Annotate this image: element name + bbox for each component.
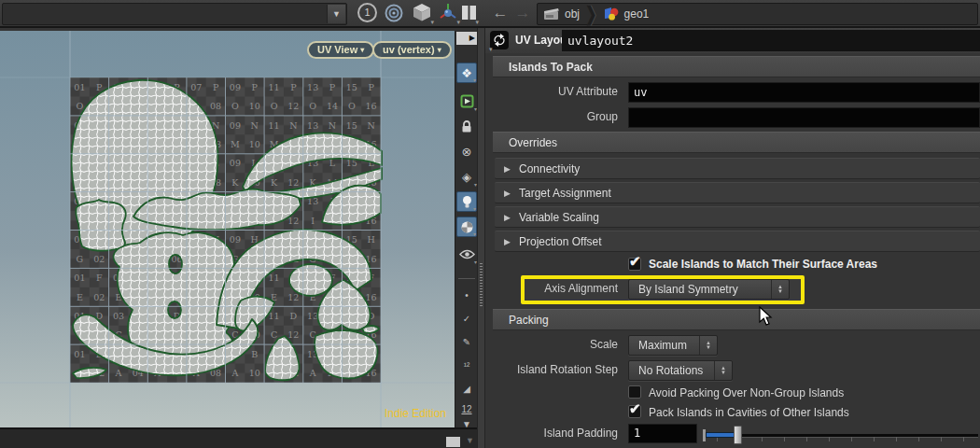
svg-text:A: A xyxy=(115,368,122,378)
svg-text:02: 02 xyxy=(93,254,105,264)
node-name-field[interactable]: uvlayout2 xyxy=(562,30,980,51)
scale-dropdown[interactable]: Maximum ▲▼ xyxy=(628,335,718,356)
uv-island xyxy=(76,200,126,251)
svg-text:13: 13 xyxy=(307,120,318,131)
houdini-window: ▼ 1 ▾ xyxy=(0,0,980,448)
avoid-packing-checkbox[interactable] xyxy=(628,385,641,399)
nav-back-button[interactable]: ← xyxy=(490,2,511,24)
svg-text:01: 01 xyxy=(74,82,85,92)
crossed-circle-icon: ⊗ xyxy=(462,145,472,159)
split-columns-icon xyxy=(461,5,477,21)
breadcrumb-geo1[interactable]: geo1 xyxy=(597,7,655,21)
section-overrides[interactable]: Overrides xyxy=(493,132,980,153)
uv-viewport[interactable]: 01P03P05P07P09P11P13P15PO02O04O06O08O10O… xyxy=(0,31,477,427)
folder-connectivity[interactable]: ▶ Connectivity xyxy=(495,158,980,179)
group-field[interactable] xyxy=(628,107,980,128)
svg-text:M: M xyxy=(231,139,240,149)
vertex-marker-button[interactable]: ✓ xyxy=(456,308,477,329)
folder-target-assignment[interactable]: ▶ Target Assignment xyxy=(495,182,980,203)
uv-attribute-field[interactable]: uv xyxy=(628,82,980,103)
uv-island xyxy=(289,264,332,296)
svg-text:F: F xyxy=(96,273,103,283)
vertex-check-icon: ✓ xyxy=(463,314,470,324)
svg-text:N: N xyxy=(329,120,336,131)
island-rotation-step-dropdown[interactable]: No Rotations ▲▼ xyxy=(628,360,733,381)
svg-text:H: H xyxy=(367,234,374,245)
snapshot-number-button[interactable]: 1 xyxy=(357,2,380,24)
uv-island xyxy=(362,326,379,333)
prim-marker-icon: ◢ xyxy=(463,384,470,394)
indie-edition-watermark: Indie Edition xyxy=(385,407,446,420)
scale-islands-checkbox[interactable]: ✔ xyxy=(628,258,641,271)
svg-text:08: 08 xyxy=(210,101,221,111)
svg-text:O: O xyxy=(231,101,239,111)
svg-text:12: 12 xyxy=(287,329,299,340)
section-islands-to-pack[interactable]: Islands To Pack xyxy=(493,56,980,77)
spinner-icon[interactable]: ▲▼ xyxy=(699,336,717,355)
slider-ticks xyxy=(717,437,978,441)
svg-text:09: 09 xyxy=(230,234,241,245)
svg-text:N: N xyxy=(251,120,259,131)
rings-icon xyxy=(384,3,404,23)
folder-triangle-icon: ▶ xyxy=(504,159,511,179)
svg-text:02: 02 xyxy=(93,292,105,302)
folder-triangle-icon: ▶ xyxy=(504,207,511,228)
island-padding-label: Island Padding xyxy=(431,427,618,440)
island-padding-slider-handle[interactable] xyxy=(734,426,742,444)
uv-layer-button[interactable]: ❖ ▾ xyxy=(456,63,477,83)
viewport-bottom-bar: ▼ xyxy=(0,427,477,448)
axis-alignment-dropdown[interactable]: By Island Symmetry ▲▼ xyxy=(628,279,790,300)
svg-text:A: A xyxy=(231,368,238,378)
section-packing[interactable]: Packing xyxy=(493,309,980,330)
geometry-icon xyxy=(603,7,620,21)
svg-text:P: P xyxy=(290,82,297,92)
folder-triangle-icon: ▶ xyxy=(504,183,511,203)
svg-text:K: K xyxy=(271,177,278,188)
breadcrumb-obj[interactable]: obj xyxy=(538,7,585,21)
headlight-button[interactable]: ▾ xyxy=(456,191,477,212)
shading-mode-button[interactable]: ▾ xyxy=(411,2,433,24)
toolbar-separator xyxy=(458,278,475,279)
breadcrumb-chevron-icon: ❯ xyxy=(585,2,597,25)
spinner-icon[interactable]: ▲▼ xyxy=(714,361,732,380)
pivot-axis-button[interactable]: ▾ xyxy=(437,2,459,24)
view-operation-combo[interactable]: ▼ xyxy=(2,3,347,25)
check-icon: ✔ xyxy=(629,400,641,417)
pack-cavities-checkbox[interactable]: ✔ xyxy=(628,405,641,418)
svg-text:16: 16 xyxy=(366,292,377,302)
group-row: Group xyxy=(485,107,980,128)
chevron-down-icon: ▾ xyxy=(438,46,441,54)
check-icon: ✔ xyxy=(629,253,641,270)
pane-layout-button[interactable]: ▾ xyxy=(459,2,478,24)
svg-text:A: A xyxy=(309,368,316,378)
view-menu-pill[interactable]: UV View ▾ xyxy=(307,41,374,59)
obj-network-icon xyxy=(543,7,560,21)
svg-text:01: 01 xyxy=(74,349,85,359)
prim-numbers-icon: 12 xyxy=(461,404,471,414)
toolbar-scroll-down-button[interactable]: ▼ xyxy=(456,413,477,427)
svg-text:N: N xyxy=(367,120,374,131)
nav-forward-button[interactable]: → xyxy=(512,2,533,24)
combo-dropdown-icon[interactable]: ▼ xyxy=(327,5,345,23)
parameter-panel: ▾ UV Layout uvlayout2 Islands To Pack UV… xyxy=(485,28,980,448)
uv-attribute-label: UV Attribute xyxy=(431,85,618,98)
exclude-objects-button[interactable]: ⊗ xyxy=(456,141,477,161)
prim-marker-button[interactable]: ◢ xyxy=(456,378,477,399)
island-padding-field[interactable]: 1 xyxy=(628,424,697,443)
axis-jack-icon xyxy=(438,2,458,22)
breadcrumb: obj ❯ geo1 xyxy=(537,3,978,25)
spinner-icon[interactable]: ▲▼ xyxy=(771,280,789,299)
svg-text:12: 12 xyxy=(287,177,299,188)
breadcrumb-obj-label: obj xyxy=(565,7,580,21)
folder-variable-scaling[interactable]: ▶ Variable Scaling xyxy=(495,206,980,228)
toolbar-scroll-button[interactable]: ▶ xyxy=(456,32,477,45)
svg-text:P: P xyxy=(252,82,259,92)
select-rings-button[interactable] xyxy=(384,2,404,24)
shaded-view-button[interactable]: ▾ xyxy=(456,217,477,237)
folder-projection-offset[interactable]: ▶ Projection Offset xyxy=(495,231,980,252)
spotlight-button[interactable]: ◈ ▾ xyxy=(456,166,477,187)
uvlayout-node-icon[interactable]: ▾ xyxy=(490,31,509,49)
view-mode-button[interactable]: ▾ xyxy=(456,244,477,264)
svg-text:O: O xyxy=(77,101,84,111)
uv-attribute-menu-pill[interactable]: uv (vertex) ▾ xyxy=(372,41,452,59)
